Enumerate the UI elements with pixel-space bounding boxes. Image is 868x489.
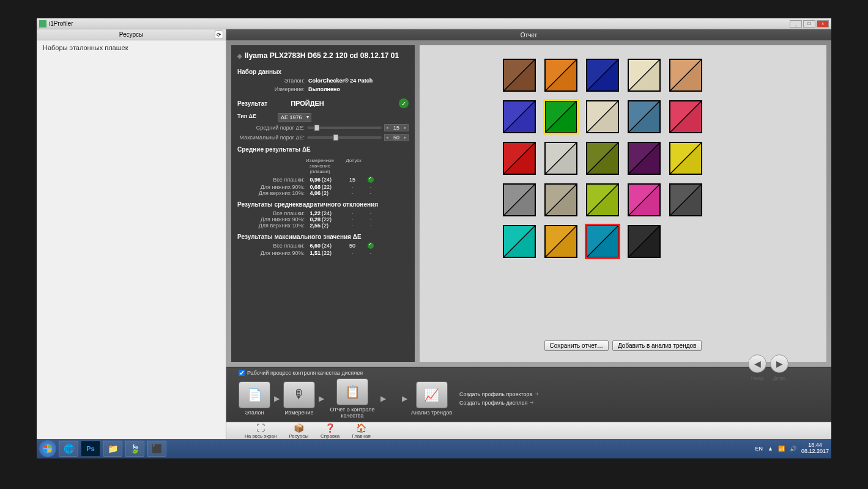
color-patch[interactable] [544,225,577,258]
color-patch[interactable] [628,225,661,258]
color-patch[interactable] [669,100,702,133]
color-patch[interactable] [669,142,702,175]
save-report-button[interactable]: Сохранить отчет… [544,340,609,351]
taskbar-app-icon[interactable]: 🍃 [125,441,144,457]
max-threshold-value: 50 [393,134,399,141]
workflow-bar: Рабочий процесс контроля качества диспле… [226,367,831,422]
sidebar: Ресурсы ⟳ Наборы эталонных плашек [37,29,226,439]
tray-volume-icon[interactable]: 🔊 [790,446,796,452]
refresh-icon[interactable]: ⟳ [215,31,223,39]
color-patch[interactable] [544,100,577,133]
result-row: Для верхних 10%:4,06(2)-- [237,190,409,196]
color-patch[interactable] [503,225,536,258]
sidebar-item-patch-sets[interactable]: Наборы эталонных плашек [43,44,220,51]
window-titlebar: i1Profiler _ □ × [37,18,831,29]
avg-threshold-value: 15 [393,125,399,131]
color-patch[interactable] [628,142,661,175]
toolbar-label: На весь экран [245,433,276,439]
avg-results-header: Средние результаты ΔE [237,146,409,153]
color-patch[interactable] [503,100,536,133]
workflow-checkbox-input[interactable] [239,370,245,376]
color-patch[interactable] [544,59,577,92]
pass-icon: ✓ [399,98,409,108]
window-title: i1Profiler [49,20,73,27]
toolbar-item[interactable]: 🏠Главная [352,423,370,439]
workflow-step[interactable]: 📈Анализ трендов [411,381,452,416]
col-tolerance: Допуск [335,158,372,174]
add-trend-button[interactable]: Добавить в анализ трендов [612,340,702,351]
color-patch[interactable] [503,183,536,216]
svg-rect-76 [48,449,51,452]
taskbar-photoshop-icon[interactable]: Ps [81,441,100,457]
app-icon [39,20,46,28]
std-results-header: Результаты среднеквадратичного отклонени… [237,201,409,208]
results-panel: Ilyama PLX2783H D65 2.2 120 cd 08.12.17 … [231,45,415,362]
taskbar-explorer-icon[interactable]: 📁 [103,441,122,457]
max-threshold-spinner[interactable]: ◂50▸ [384,134,409,141]
taskbar-i1profiler-icon[interactable]: ⬛ [147,441,166,457]
color-patch[interactable] [544,183,577,216]
toolbar-icon: 📦 [294,423,304,433]
result-row: Для нижних 90%:0,68(22)-- [237,184,409,190]
workflow-link[interactable]: Создать профиль дисплея [459,400,539,406]
color-patch[interactable] [586,100,619,133]
start-button[interactable] [39,440,56,457]
workflow-step-icon: 📈 [416,381,448,408]
color-patch[interactable] [628,59,661,92]
de-type-label: Тип ΔE [237,113,274,122]
patch-report-panel: Сохранить отчет… Добавить в анализ тренд… [420,45,826,362]
color-patch[interactable] [503,59,536,92]
color-patch[interactable] [586,183,619,216]
toolbar-label: Ресурсы [289,433,308,439]
result-row: Для нижних 90%:1,51(22)-- [237,250,409,256]
workflow-step-icon: 📄 [239,381,270,408]
main-header-label: Отчет [521,32,537,39]
tray-clock[interactable]: 18:44 08.12.2017 [801,443,829,455]
toolbar-item[interactable]: ❓Справка [321,423,339,439]
nav-back-button[interactable]: ◀Назад [748,355,766,373]
workflow-checkbox[interactable]: Рабочий процесс контроля качества диспле… [239,370,363,376]
result-row: Все плашки:6,60(24)50 [237,243,409,250]
window-maximize-button[interactable]: □ [803,20,815,28]
color-patch[interactable] [669,183,702,216]
workflow-link[interactable]: Создать профиль проектора [459,391,539,397]
window-close-button[interactable]: × [817,20,829,28]
workflow-step[interactable]: 📋Отчет о контроле качества [328,378,377,419]
toolbar-item[interactable]: 📦Ресурсы [289,423,308,439]
sidebar-header: Ресурсы ⟳ [37,29,226,40]
avg-threshold-spinner[interactable]: ◂15▸ [384,124,409,131]
toolbar-icon: ⛶ [256,423,265,433]
result-label: Результат [237,100,267,107]
color-patch[interactable] [628,100,661,133]
max-threshold-slider[interactable] [307,136,382,139]
tray-flag-icon[interactable]: ▲ [768,446,773,452]
sidebar-header-label: Ресурсы [119,31,143,38]
color-patch[interactable] [544,142,577,175]
color-patch[interactable] [586,59,619,92]
pass-icon [368,243,374,249]
avg-threshold-slider[interactable] [307,127,382,129]
color-patch[interactable] [669,59,702,92]
tray-lang[interactable]: EN [755,446,763,452]
nav-next-label: Далее [773,376,786,380]
chevron-right-icon: ▶ [380,394,386,403]
window-minimize-button[interactable]: _ [790,20,802,28]
etalon-value: ColorChecker® 24 Patch [308,78,373,84]
svg-rect-74 [48,445,51,448]
color-patch[interactable] [586,142,619,175]
color-patch[interactable] [503,142,536,175]
workflow-step[interactable]: 📄Эталон [239,381,270,416]
de-type-select[interactable]: ΔE 1976 [278,113,311,122]
toolbar-icon: 🏠 [356,423,366,433]
nav-back-label: Назад [751,376,763,380]
color-patch[interactable] [628,183,661,216]
toolbar-label: Справка [321,433,339,439]
workflow-step[interactable]: 🎙Измерение [283,381,315,416]
workflow-step-label: Отчет о контроле качества [328,406,377,419]
avg-threshold-label: Средний порог ΔE: [237,125,305,131]
color-patch[interactable] [586,225,619,258]
nav-next-button[interactable]: ▶Далее [770,355,788,373]
taskbar-chrome-icon[interactable]: 🌐 [59,441,78,457]
tray-network-icon[interactable]: 📶 [778,446,785,452]
toolbar-item[interactable]: ⛶На весь экран [245,423,276,439]
